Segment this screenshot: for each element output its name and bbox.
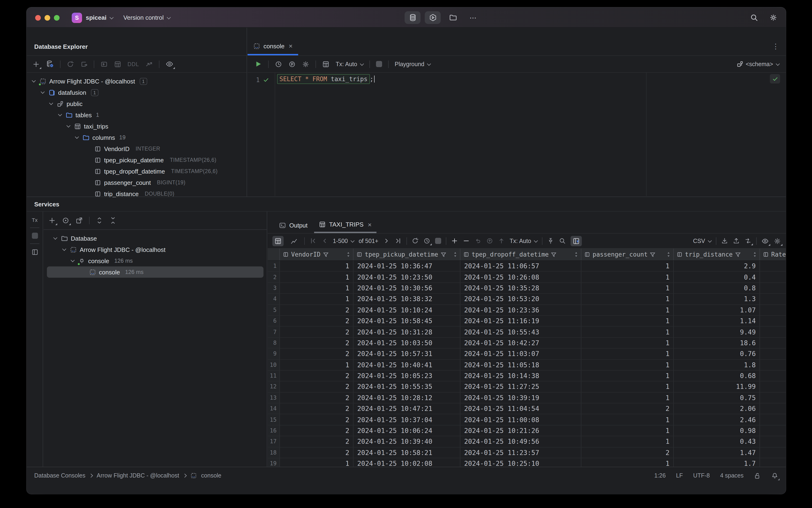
- chevron-down-icon[interactable]: [53, 236, 57, 240]
- refresh-icon[interactable]: [66, 60, 74, 68]
- tab-taxi-trips[interactable]: TAXI_TRIPS ×: [314, 217, 376, 233]
- chevron-down-icon[interactable]: [75, 135, 79, 139]
- rate-cell[interactable]: [760, 348, 786, 359]
- dropoff-datetime-cell[interactable]: 2024-01-25 11:03:07: [460, 348, 581, 359]
- chevron-down-icon[interactable]: [62, 247, 66, 251]
- pin-icon[interactable]: [547, 237, 554, 244]
- column-header-rate[interactable]: Rate: [760, 249, 786, 260]
- pickup-datetime-cell[interactable]: 2024-01-25 10:36:47: [354, 261, 460, 271]
- export-format-select[interactable]: CSV: [693, 238, 711, 244]
- disconnect-icon[interactable]: [80, 60, 88, 68]
- row-number-cell[interactable]: 1: [268, 261, 280, 271]
- dropoff-datetime-cell[interactable]: 2024-01-25 10:25:10: [460, 458, 581, 467]
- rate-cell[interactable]: [760, 316, 786, 326]
- tree-node-datasource[interactable]: Arrow Flight JDBC - @localhost1: [27, 76, 246, 87]
- table-row[interactable]: 16 2 2024-01-25 10:06:24 2024-01-25 10:2…: [268, 425, 786, 436]
- pickup-datetime-cell[interactable]: 2024-01-25 10:38:32: [354, 294, 460, 304]
- settings-gear-icon[interactable]: [769, 13, 777, 22]
- download-icon[interactable]: [721, 237, 728, 244]
- passenger-count-cell[interactable]: 1: [581, 392, 674, 403]
- trip-distance-cell[interactable]: 2.46: [674, 414, 760, 425]
- reload-icon[interactable]: [412, 237, 419, 244]
- minimize-window-button[interactable]: [45, 15, 50, 20]
- pickup-datetime-cell[interactable]: 2024-01-25 10:57:31: [354, 348, 460, 359]
- rate-cell[interactable]: [760, 272, 786, 282]
- service-node-console-selected[interactable]: console126 ms: [47, 266, 264, 278]
- sort-icon[interactable]: [753, 251, 757, 257]
- datasource-properties-button[interactable]: [46, 60, 54, 68]
- upload-icon[interactable]: [733, 237, 740, 244]
- chevron-down-icon[interactable]: [66, 124, 71, 128]
- passenger-count-cell[interactable]: 1: [581, 414, 674, 425]
- pickup-datetime-cell[interactable]: 2024-01-25 10:06:24: [354, 425, 460, 436]
- tree-node-column[interactable]: passenger_countBIGINT(19): [27, 177, 246, 188]
- parameters-icon[interactable]: [288, 60, 296, 68]
- table-row[interactable]: 12 2 2024-01-25 10:55:35 2024-01-25 11:2…: [268, 382, 786, 393]
- add-row-icon[interactable]: [451, 237, 458, 244]
- rate-cell[interactable]: [760, 327, 786, 337]
- sort-icon[interactable]: [453, 251, 457, 257]
- passenger-count-cell[interactable]: 1: [581, 294, 674, 304]
- vendorid-cell[interactable]: 2: [280, 348, 354, 359]
- table-row[interactable]: 8 2 2024-01-25 10:03:50 2024-01-25 10:42…: [268, 338, 786, 348]
- rate-cell[interactable]: [760, 294, 786, 304]
- table-row[interactable]: 19 1 2024-01-25 10:02:08 2024-01-25 10:2…: [268, 458, 786, 467]
- row-number-cell[interactable]: 13: [268, 392, 280, 403]
- pickup-datetime-cell[interactable]: 2024-01-25 10:23:50: [354, 272, 460, 282]
- collapse-all-icon[interactable]: [109, 217, 117, 224]
- passenger-count-cell[interactable]: 1: [581, 272, 674, 282]
- pickup-datetime-cell[interactable]: 2024-01-25 10:28:12: [354, 392, 460, 403]
- more-tools-button[interactable]: ⋯: [465, 11, 481, 24]
- stop-button[interactable]: [376, 61, 382, 67]
- sort-icon[interactable]: [667, 251, 670, 257]
- show-services-button[interactable]: [62, 217, 70, 224]
- vendorid-cell[interactable]: 1: [280, 294, 354, 304]
- dropoff-datetime-cell[interactable]: 2024-01-25 10:35:28: [460, 283, 581, 293]
- dropoff-datetime-cell[interactable]: 2024-01-25 11:05:18: [460, 359, 581, 370]
- vendorid-cell[interactable]: 2: [280, 305, 354, 315]
- close-tab-icon[interactable]: ×: [368, 221, 371, 228]
- page-range-select[interactable]: 1-500: [333, 238, 354, 244]
- vendorid-cell[interactable]: 1: [280, 261, 354, 271]
- passenger-count-cell[interactable]: 1: [581, 327, 674, 337]
- table-row[interactable]: 3 1 2024-01-25 10:30:56 2024-01-25 10:35…: [268, 283, 786, 294]
- table-row[interactable]: 4 1 2024-01-25 10:38:32 2024-01-25 10:53…: [268, 294, 786, 305]
- dropoff-datetime-cell[interactable]: 2024-01-25 10:14:38: [460, 371, 581, 381]
- tree-node-table[interactable]: taxi_trips: [27, 121, 246, 132]
- passenger-count-cell[interactable]: 1: [581, 348, 674, 359]
- breadcrumb-database-consoles[interactable]: Database Consoles: [34, 472, 85, 479]
- stop-strip-button[interactable]: [32, 232, 38, 239]
- close-tab-icon[interactable]: ×: [289, 43, 292, 49]
- breadcrumb-datasource[interactable]: Arrow Flight JDBC - @localhost: [97, 472, 179, 479]
- passenger-count-cell[interactable]: 1: [581, 371, 674, 381]
- trip-distance-cell[interactable]: 1.7: [674, 458, 760, 467]
- column-header-vendorid[interactable]: VendorID: [280, 249, 354, 260]
- trip-distance-cell[interactable]: 1.3: [674, 294, 760, 304]
- chevron-down-icon[interactable]: [49, 101, 53, 105]
- trip-distance-cell[interactable]: 0.4: [674, 272, 760, 282]
- row-number-cell[interactable]: 17: [268, 436, 280, 447]
- table-row[interactable]: 15 2 2024-01-25 10:37:04 2024-01-25 11:0…: [268, 414, 786, 425]
- sort-icon[interactable]: [574, 251, 578, 257]
- passenger-count-cell[interactable]: 1: [581, 283, 674, 293]
- pickup-datetime-cell[interactable]: 2024-01-25 10:55:35: [354, 382, 460, 392]
- rate-cell[interactable]: [760, 359, 786, 370]
- trip-distance-cell[interactable]: 0.43: [674, 436, 760, 447]
- dropoff-datetime-cell[interactable]: 2024-01-25 10:53:20: [460, 294, 581, 304]
- unlocked-icon[interactable]: [754, 472, 761, 479]
- passenger-count-cell[interactable]: 2: [581, 404, 674, 414]
- pickup-datetime-cell[interactable]: 2024-01-25 10:37:04: [354, 414, 460, 425]
- editor-options-kebab-icon[interactable]: ⋮: [772, 42, 779, 51]
- row-number-cell[interactable]: 14: [268, 404, 280, 414]
- passenger-count-cell[interactable]: 1: [581, 458, 674, 467]
- row-number-cell[interactable]: 16: [268, 425, 280, 436]
- service-node-connection[interactable]: console126 ms: [44, 255, 267, 266]
- vendorid-cell[interactable]: 2: [280, 327, 354, 337]
- trip-distance-cell[interactable]: 1.07: [674, 305, 760, 315]
- vendorid-cell[interactable]: 2: [280, 425, 354, 436]
- service-node-datasource[interactable]: Arrow Flight JDBC - @localhost: [44, 244, 267, 255]
- dropoff-datetime-cell[interactable]: 2024-01-25 10:21:26: [460, 425, 581, 436]
- pickup-datetime-cell[interactable]: 2024-01-25 10:10:24: [354, 305, 460, 315]
- grid-settings-button[interactable]: [774, 237, 781, 245]
- trip-distance-cell[interactable]: 1.47: [674, 447, 760, 458]
